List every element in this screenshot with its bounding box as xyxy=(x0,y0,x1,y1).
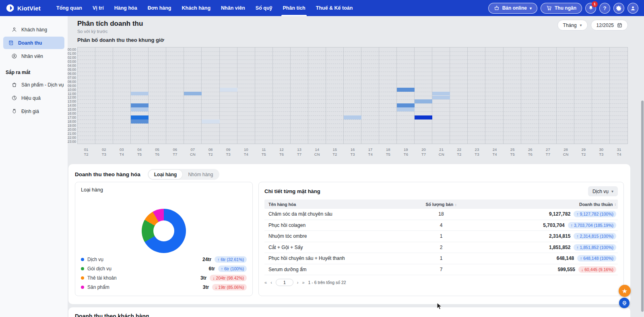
heatmap-section-title: Phân bố doanh thu theo khung giờ xyxy=(77,37,164,43)
coming-soon-label: Sắp ra mắt xyxy=(0,70,68,75)
user-avatar-icon xyxy=(630,5,636,11)
heatmap-cell-day19-15:00[interactable] xyxy=(397,107,415,111)
legend-row-0: Dịch vụ24tr↑ 6tr (32.61%) xyxy=(81,255,247,264)
heatmap-cell-day20-13:00[interactable] xyxy=(415,99,432,103)
nav-item-0[interactable]: Tổng quan xyxy=(51,0,87,16)
heatmap-cell-day21-11:00[interactable] xyxy=(432,92,450,96)
table-row[interactable]: Serum dưỡng ẩm7599,555↓ 60,445 (9.16%) xyxy=(264,264,618,276)
first-page-button[interactable]: « xyxy=(264,280,267,285)
profile-button[interactable] xyxy=(627,3,638,14)
heatmap-cell-day4-15:00[interactable] xyxy=(131,107,149,111)
heatmap-day-label: 08T2 xyxy=(202,147,219,157)
item-revenue: 2,314,815↑ 2,314,815 (100%) xyxy=(491,233,618,239)
last-page-button[interactable]: » xyxy=(302,280,304,285)
heatmap-day-label: 13T7 xyxy=(291,147,308,157)
heatmap-cell-day20-17:00[interactable] xyxy=(415,115,432,119)
thu-ngan-button[interactable]: Thu ngân xyxy=(541,3,582,14)
table-row[interactable]: Phục hồi chuyên sâu + Huyết thanh1648,14… xyxy=(264,253,618,264)
item-name: Phục hồi chuyên sâu + Huyết thanh xyxy=(264,255,392,261)
tab-0[interactable]: Loại hàng xyxy=(149,170,183,179)
next-page-button[interactable]: › xyxy=(297,280,299,285)
heatmap-day-label: 06T7 xyxy=(166,147,184,157)
nav-item-3[interactable]: Đơn hàng xyxy=(142,0,177,16)
nav-item-2[interactable]: Hàng hóa xyxy=(109,0,142,16)
heatmap-cell-day4-14:00[interactable] xyxy=(131,103,149,107)
sidebar-item-label: Nhân viên xyxy=(21,54,43,59)
nav-item-8[interactable]: Thuế & Kế toán xyxy=(311,0,358,16)
detail-card-title: Chi tiết từng mặt hàng xyxy=(264,188,320,194)
item-name: Chăm sóc da mặt chuyên sâu xyxy=(264,211,392,217)
revenue-by-products-card: Doanh thu theo hàng hóa Loại hàngNhóm hà… xyxy=(68,164,630,304)
revenue-by-customer-card: Doanh thu theo khách hàng xyxy=(68,307,630,317)
heatmap-day-label: 05T6 xyxy=(149,147,166,157)
nav-item-5[interactable]: Nhân viên xyxy=(216,0,250,16)
navbar-actions: Bán online ▾ Thu ngân 1 ? xyxy=(488,3,638,14)
vertical-scrollbar-thumb[interactable] xyxy=(641,101,644,312)
item-type-select[interactable]: Dịch vụ ▾ xyxy=(588,186,618,196)
heatmap-cell-day9-10:00[interactable] xyxy=(220,88,237,92)
heatmap-cell-day19-10:00[interactable] xyxy=(397,88,415,92)
basket-icon xyxy=(494,5,500,11)
table-row[interactable]: Cắt + Gội + Sấy21,851,852↑ 1,851,852 (10… xyxy=(264,242,618,253)
nav-item-7[interactable]: Phân tích xyxy=(277,0,310,16)
table-row[interactable]: Phục hồi colagen45,703,704↑ 3,703,704 (1… xyxy=(264,220,618,231)
star-icon: ★ xyxy=(622,287,627,295)
item-revenue: 1,851,852↑ 1,851,852 (100%) xyxy=(491,244,618,251)
page-number-input[interactable]: 1 xyxy=(276,279,293,286)
coming-soon-item-1[interactable]: Hiệu quả xyxy=(3,92,64,104)
thu-ngan-label: Thu ngân xyxy=(555,5,576,11)
sidebar-item-1[interactable]: Doanh thu xyxy=(3,37,64,49)
nav-item-6[interactable]: Sổ quỹ xyxy=(250,0,278,16)
settings-button[interactable] xyxy=(613,3,624,14)
heatmap-cell-day8-18:00[interactable] xyxy=(202,119,219,124)
delta-badge: ↑ 648,148 (100%) xyxy=(577,255,616,261)
heatmap-day-label: 23T3 xyxy=(468,147,486,157)
column-header-revenue[interactable]: Doanh thu thuần↕ xyxy=(491,202,618,207)
legend-value: 6tr xyxy=(208,266,215,272)
help-button[interactable]: ? xyxy=(599,3,610,14)
chevron-down-icon: ▾ xyxy=(580,23,582,27)
heatmap-day-label: 11T5 xyxy=(255,147,272,157)
support-agent-fab[interactable] xyxy=(619,298,630,308)
kiotviet-logo[interactable]: KiotViet xyxy=(6,4,41,12)
nav-item-4[interactable]: Khách hàng xyxy=(177,0,216,16)
prev-page-button[interactable]: ‹ xyxy=(270,280,272,285)
sort-icon: ↕ xyxy=(455,203,457,207)
heatmap-cell-day16-17:00[interactable] xyxy=(344,115,361,119)
heatmap-day-label: 25T5 xyxy=(504,147,521,157)
tab-1[interactable]: Nhóm hàng xyxy=(182,170,219,179)
ban-online-button[interactable]: Bán online ▾ xyxy=(488,3,537,14)
promo-star-fab[interactable]: ★ xyxy=(619,285,631,297)
sidebar-item-2[interactable]: Nhân viên xyxy=(3,50,64,62)
table-row[interactable]: Chăm sóc da mặt chuyên sâu189,127,782↑ 9… xyxy=(264,209,618,220)
period-filter-dropdown[interactable]: Tháng ▾ xyxy=(557,20,588,31)
heatmap-cell-day4-11:00[interactable] xyxy=(131,92,149,96)
notifications-button[interactable]: 1 xyxy=(585,3,596,14)
heatmap-day-label: 24T4 xyxy=(486,147,504,157)
heatmap-day-label: 07CN xyxy=(184,147,202,157)
heatmap-cell-day19-14:00[interactable] xyxy=(397,103,415,107)
heatmap-cell-day7-11:00[interactable] xyxy=(184,92,202,96)
revenue-value: 9,127,782 xyxy=(549,211,570,217)
heatmap-cell-day4-18:00[interactable] xyxy=(131,119,149,124)
date-filter-value: 12/2025 xyxy=(597,23,614,28)
brand-name: KiotViet xyxy=(17,5,41,12)
heatmap-day-label: 27T7 xyxy=(539,147,557,157)
category-donut-chart[interactable] xyxy=(142,209,186,253)
column-header-qty[interactable]: Số lượng bán↕ xyxy=(392,202,491,207)
chevron-down-icon: ▾ xyxy=(530,6,532,10)
coming-soon-item-2[interactable]: Định giá xyxy=(3,105,64,117)
heatmap-day-label: 04T5 xyxy=(130,147,148,157)
heatmap-cell-day4-17:00[interactable] xyxy=(131,115,149,119)
category-donut-card: Loại hàng Dịch vụ24tr↑ 6tr (32.61%)Gói d… xyxy=(75,182,253,296)
coming-soon-item-0[interactable]: Sản phẩm - Dịch vụ xyxy=(3,78,64,91)
heatmap-cell-day21-12:00[interactable] xyxy=(432,96,450,100)
sidebar-item-0[interactable]: Khách hàng xyxy=(3,23,64,36)
column-header-name: Tên hàng hóa xyxy=(264,202,392,207)
nav-item-1[interactable]: Vị trí xyxy=(87,0,109,16)
sidebar-item-label: Sản phẩm - Dịch vụ xyxy=(21,82,64,88)
heatmap-day-label: 02T3 xyxy=(95,147,113,157)
revenue-value: 1,851,852 xyxy=(549,245,570,250)
table-row[interactable]: Nhuộm tóc ombre12,314,815↑ 2,314,815 (10… xyxy=(264,231,618,242)
date-filter-picker[interactable]: 12/2025 xyxy=(591,20,628,31)
